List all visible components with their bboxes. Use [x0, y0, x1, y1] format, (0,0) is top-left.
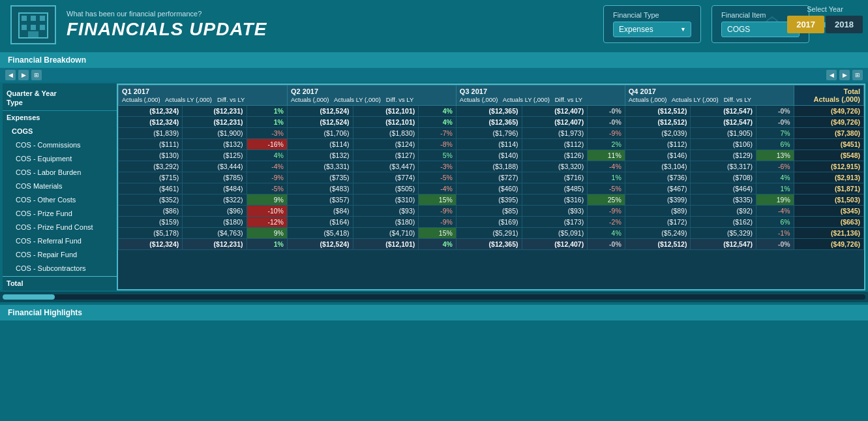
- q4-diff: 19%: [756, 195, 794, 206]
- q4-actuals-ly: ($335): [691, 195, 756, 206]
- q4-actuals: ($2,039): [625, 128, 691, 139]
- toolbar: ◀ ▶ ⊞ ◀ ▶ ⊞: [0, 68, 868, 82]
- q4-actuals: ($12,512): [625, 239, 691, 250]
- q1-actuals-ly: ($4,763): [183, 228, 247, 239]
- toolbar-icon-1[interactable]: ◀: [5, 70, 16, 80]
- q4-actuals-ly: ($12,547): [691, 106, 756, 117]
- toolbar-icon-right-3[interactable]: ⊞: [852, 70, 863, 80]
- table-body: ($12,324)($12,231)1%($12,524)($12,101)4%…: [119, 106, 864, 250]
- left-row-subcontractors: COS - Subcontractors: [3, 262, 117, 275]
- q3-diff: -9%: [588, 206, 625, 217]
- q4-actuals-ly: ($129): [691, 150, 756, 161]
- building-icon: [16, 8, 50, 42]
- row-total: ($49,726): [794, 239, 863, 250]
- row-total: ($49,726): [794, 106, 863, 117]
- q4-diff: 7%: [756, 128, 794, 139]
- q4-actuals: ($467): [625, 183, 691, 195]
- q1-diff: 9%: [247, 195, 287, 206]
- q2-actuals: ($5,418): [287, 228, 353, 239]
- year-2017-button[interactable]: 2017: [787, 16, 824, 33]
- q2-actuals: ($357): [287, 195, 353, 206]
- q4-actuals-ly: ($162): [691, 217, 756, 228]
- row-total: ($21,136): [794, 228, 863, 239]
- q4-diff: 6%: [756, 217, 794, 228]
- q4-actuals: ($3,104): [625, 161, 691, 172]
- q2-actuals-ly: ($1,830): [353, 128, 419, 139]
- q1-actuals: ($1,839): [119, 128, 183, 139]
- toolbar-icon-right-2[interactable]: ▶: [839, 70, 850, 80]
- q2-actuals-ly: ($505): [353, 183, 419, 195]
- table-row: ($86)($96)-10%($84)($93)-9%($85)($93)-9%…: [119, 206, 864, 217]
- q2-actuals-ly: ($4,710): [353, 228, 419, 239]
- q2-actuals-ly: ($12,101): [353, 117, 419, 128]
- left-row-cogs: COGS: [3, 125, 117, 138]
- q3-diff: 4%: [588, 228, 625, 239]
- q3-diff: 11%: [588, 150, 625, 161]
- q4-actuals-ly: ($708): [691, 172, 756, 183]
- q3-actuals: ($460): [456, 183, 522, 195]
- row-total: ($1,871): [794, 183, 863, 195]
- q3-actuals-ly: ($5,091): [522, 228, 588, 239]
- toolbar-icon-2[interactable]: ▶: [18, 70, 29, 80]
- q4-actuals: ($399): [625, 195, 691, 206]
- q4-diff: 13%: [756, 150, 794, 161]
- left-row-labor-burden: COS - Labor Burden: [3, 166, 117, 179]
- q4-diff: -0%: [756, 117, 794, 128]
- table-row: ($12,324)($12,231)1%($12,524)($12,101)4%…: [119, 106, 864, 117]
- q4-diff: -4%: [756, 206, 794, 217]
- q2-actuals-ly: ($12,101): [353, 239, 419, 250]
- table-row: ($111)($132)-16%($114)($124)-8%($114)($1…: [119, 139, 864, 150]
- q1-diff: -4%: [247, 161, 287, 172]
- q3-diff: -0%: [588, 117, 625, 128]
- q2-actuals: ($483): [287, 183, 353, 195]
- toolbar-icon-right-1[interactable]: ◀: [826, 70, 837, 80]
- q2-diff: 15%: [419, 228, 456, 239]
- q1-diff: -10%: [247, 206, 287, 217]
- q4-diff: -1%: [756, 228, 794, 239]
- year-2018-button[interactable]: 2018: [826, 16, 863, 33]
- q3-actuals: ($12,365): [456, 117, 522, 128]
- q3-actuals: ($5,291): [456, 228, 522, 239]
- toolbar-icon-3[interactable]: ⊞: [31, 70, 42, 80]
- left-panel-header: Quarter & YearType: [3, 84, 117, 111]
- q3-diff: -5%: [588, 183, 625, 195]
- q4-actuals: ($89): [625, 206, 691, 217]
- q4-actuals: ($736): [625, 172, 691, 183]
- q2-actuals-ly: ($127): [353, 150, 419, 161]
- left-panel-rows: Expenses COGS COS - Commissions COS - Eq…: [3, 111, 117, 291]
- q4-diff: -0%: [756, 239, 794, 250]
- q2-actuals-ly: ($124): [353, 139, 419, 150]
- q4-actuals-ly: ($5,329): [691, 228, 756, 239]
- q2-diff: -3%: [419, 161, 456, 172]
- q2-diff: -8%: [419, 139, 456, 150]
- table-row: ($130)($125)4%($132)($127)5%($140)($126)…: [119, 150, 864, 161]
- svg-rect-2: [31, 16, 36, 21]
- q2-diff: 5%: [419, 150, 456, 161]
- q2-actuals-ly: ($3,447): [353, 161, 419, 172]
- svg-rect-4: [22, 25, 27, 30]
- q1-diff: 1%: [247, 117, 287, 128]
- scrollbar-thumb[interactable]: [3, 294, 55, 300]
- q3-actuals: ($85): [456, 206, 522, 217]
- left-row-commissions: COS - Commissions: [3, 138, 117, 152]
- q2-actuals-ly: ($12,101): [353, 106, 419, 117]
- financial-type-select-wrapper[interactable]: Expenses: [613, 22, 691, 37]
- row-total: ($49,726): [794, 117, 863, 128]
- q1-actuals: ($111): [119, 139, 183, 150]
- q1-actuals-ly: ($132): [183, 139, 247, 150]
- q4-actuals: ($146): [625, 150, 691, 161]
- financial-type-select[interactable]: Expenses: [613, 22, 691, 37]
- scrollbar-track[interactable]: [3, 294, 865, 300]
- q2-actuals-ly: ($310): [353, 195, 419, 206]
- table-row: ($461)($484)-5%($483)($505)-4%($460)($48…: [119, 183, 864, 195]
- q1-actuals: ($5,178): [119, 228, 183, 239]
- q3-actuals: ($395): [456, 195, 522, 206]
- q3-actuals-ly: ($485): [522, 183, 588, 195]
- row-total: ($548): [794, 150, 863, 161]
- table-row: ($3,292)($3,444)-4%($3,331)($3,447)-3%($…: [119, 161, 864, 172]
- q4-actuals-ly: ($12,547): [691, 117, 756, 128]
- table-row: ($715)($785)-9%($735)($774)-5%($727)($71…: [119, 172, 864, 183]
- row-total: ($663): [794, 217, 863, 228]
- q3-actuals-ly: ($12,407): [522, 106, 588, 117]
- q1-actuals-ly: ($180): [183, 217, 247, 228]
